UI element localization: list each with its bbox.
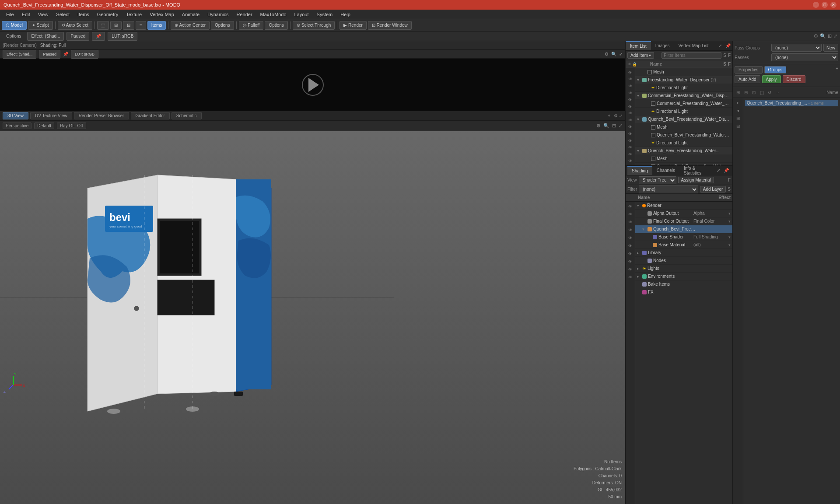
view-default-label[interactable]: Default	[34, 122, 54, 129]
new-pass-group-btn[interactable]: New	[823, 44, 838, 52]
tab-info-stats[interactable]: Info & Statistics	[679, 166, 715, 175]
maximize-btn[interactable]: □	[822, 2, 828, 8]
menu-dynamics[interactable]: Dynamics	[204, 11, 232, 18]
auto-select-btn[interactable]: ↺ Auto Select	[58, 21, 92, 30]
render-window-btn[interactable]: ⊡ Render Window	[368, 21, 412, 30]
menu-system[interactable]: System	[313, 11, 336, 18]
render-btn[interactable]: ▶ Render	[340, 21, 367, 30]
item-expand-g1[interactable]: ▾	[637, 77, 642, 82]
sculpt-mode-btn[interactable]: ✦ Sculpt	[28, 21, 53, 30]
tab-channels[interactable]: Channels	[652, 166, 679, 175]
groups-btn-6[interactable]: →	[774, 89, 781, 96]
apply-btn[interactable]: Apply	[762, 75, 781, 83]
preview-search-icon[interactable]: 🔍	[611, 52, 616, 56]
item-row-qbevi-mesh4[interactable]: Quench_Bevi_Freestanding_Water_Di...	[635, 163, 732, 165]
shading-pin-icon[interactable]: 📌	[722, 168, 731, 173]
item-row-group4[interactable]: ▾ Quench_Bevi_Freestanding_Water...	[635, 147, 732, 155]
menu-maxtomodo[interactable]: MaxToModo	[257, 11, 290, 18]
vp-search-icon[interactable]: 🔍	[603, 123, 609, 129]
close-btn[interactable]: ✕	[830, 2, 836, 8]
model-mode-btn[interactable]: ⬡ Model	[2, 21, 27, 30]
item-row-mesh-0[interactable]: Mesh	[635, 68, 732, 76]
shader-tree-select[interactable]: Shader Tree	[639, 176, 676, 184]
menu-file[interactable]: File	[3, 11, 18, 18]
toolbar-icon-4[interactable]: ≡	[136, 21, 146, 30]
select-through-btn[interactable]: ⊘ Select Through	[293, 21, 335, 30]
effect-btn[interactable]: Effect: (Shad...	[27, 32, 64, 41]
menu-items[interactable]: Items	[74, 11, 93, 18]
tab-shading[interactable]: Shading	[627, 166, 652, 175]
shader-row-baseshader[interactable]: Base Shader Full Shading ▾	[635, 233, 732, 241]
menu-view[interactable]: View	[35, 11, 52, 18]
item-row-mesh-g3[interactable]: Mesh	[635, 123, 732, 131]
shader-expand-qb[interactable]: ▾	[642, 227, 648, 231]
item-row-qbevi-mesh[interactable]: Quench_Bevi_Freestanding_Water_Di...	[635, 131, 732, 139]
groups-sidebar-btn-4[interactable]: ⊟	[735, 122, 742, 130]
preview-gear-icon[interactable]: ⚙	[605, 52, 609, 56]
filter-select-shading[interactable]: (none)	[639, 186, 698, 193]
minimize-btn[interactable]: ─	[813, 2, 819, 8]
item-expand-g2[interactable]: ▾	[637, 93, 642, 98]
tab-groups[interactable]: Groups	[764, 66, 787, 74]
shader-row-fx[interactable]: FX	[635, 288, 732, 296]
vp-layout-icon[interactable]: ⊞	[612, 123, 616, 129]
menu-geometry[interactable]: Geometry	[94, 11, 122, 18]
discard-btn[interactable]: Discard	[783, 75, 805, 83]
assign-material-btn[interactable]: Assign Material	[678, 177, 714, 183]
action-options-btn[interactable]: Options	[211, 21, 234, 30]
menu-texture[interactable]: Texture	[122, 11, 145, 18]
view-raygl-label[interactable]: Ray GL: Off	[57, 122, 86, 129]
search-icon[interactable]: 🔍	[820, 33, 826, 39]
item-row-group1[interactable]: ▾ Freestanding_Water_Dispenser (2)	[635, 76, 732, 84]
menu-select[interactable]: Select	[52, 11, 73, 18]
shader-row-basematerial[interactable]: Base Material (all) ▾	[635, 241, 732, 249]
preview-expand-icon[interactable]: ⤢	[619, 52, 623, 56]
shader-expand-lights[interactable]: ▸	[637, 266, 642, 271]
viewport-expand-icon[interactable]: ⤢	[619, 113, 623, 118]
view-perspective-label[interactable]: Perspective	[3, 122, 32, 129]
tab-gradient-editor[interactable]: Gradient Editor	[131, 112, 170, 119]
shader-expand-render[interactable]: ▾	[637, 203, 642, 208]
tab-add-icon[interactable]: +	[608, 113, 610, 118]
add-item-btn[interactable]: Add Item ▾	[627, 52, 654, 59]
groups-sidebar-btn-2[interactable]: ◂	[735, 107, 742, 114]
items-btn[interactable]: Items	[147, 21, 166, 30]
lut-btn2[interactable]: LUT: sRGB	[71, 50, 98, 59]
falloff-options-btn[interactable]: Options	[265, 21, 287, 30]
menu-animate[interactable]: Animate	[178, 11, 203, 18]
layout-icon[interactable]: ⊞	[828, 33, 832, 39]
item-row-mesh-g4[interactable]: Mesh	[635, 155, 732, 163]
gear-icon[interactable]: ⚙	[814, 33, 818, 39]
shader-row-render[interactable]: ▾ Render	[635, 202, 732, 210]
tab-vertex-map-list[interactable]: Vertex Map List	[674, 41, 713, 50]
shader-row-environments[interactable]: ▸ Environments	[635, 273, 732, 280]
groups-btn-4[interactable]: ⬚	[758, 89, 765, 96]
tab-images[interactable]: Images	[651, 41, 674, 50]
groups-sidebar-btn-1[interactable]: ▸	[735, 99, 742, 106]
group-item-quench[interactable]: Quench_Bevi_Freestanding_... - 1 Items	[745, 100, 838, 106]
shading-expand-icon[interactable]: ⤢	[715, 168, 722, 173]
tab-3d-view[interactable]: 3D View	[3, 112, 28, 119]
falloff-btn[interactable]: ◎ Falloff	[239, 21, 264, 30]
groups-btn-5[interactable]: ↺	[766, 89, 773, 96]
menu-edit[interactable]: Edit	[18, 11, 34, 18]
item-row-commercial-mesh[interactable]: Commercial_Freestanding_Water_Disp...	[635, 100, 732, 108]
shader-row-library[interactable]: ▸ Library	[635, 249, 732, 257]
groups-btn-1[interactable]: ⊞	[735, 89, 742, 96]
auto-add-btn[interactable]: Auto Add	[735, 75, 760, 83]
menu-render[interactable]: Render	[233, 11, 256, 18]
menu-layout[interactable]: Layout	[291, 11, 312, 18]
shader-expand-library[interactable]: ▸	[637, 251, 642, 255]
tab-item-list[interactable]: Item List	[626, 41, 651, 50]
viewport-gear-icon[interactable]: ⚙	[614, 113, 618, 118]
item-row-light-2[interactable]: ☀ Directional Light	[635, 108, 732, 116]
item-list-expand-icon[interactable]: ⤢	[717, 43, 724, 48]
tab-uv-texture[interactable]: UV Texture View	[30, 112, 72, 119]
item-row-group2[interactable]: ▾ Commercial_Freestanding_Water_Dispen..…	[635, 92, 732, 100]
prop-expand-icon[interactable]: +	[836, 66, 838, 74]
item-expand-g4[interactable]: ▾	[637, 148, 642, 153]
vp-gear-icon[interactable]: ⚙	[596, 123, 601, 129]
lut-btn[interactable]: LUT: sRGB	[108, 32, 137, 41]
vp-expand-icon[interactable]: ⤢	[619, 123, 623, 129]
shader-row-bake[interactable]: Bake Items	[635, 280, 732, 288]
